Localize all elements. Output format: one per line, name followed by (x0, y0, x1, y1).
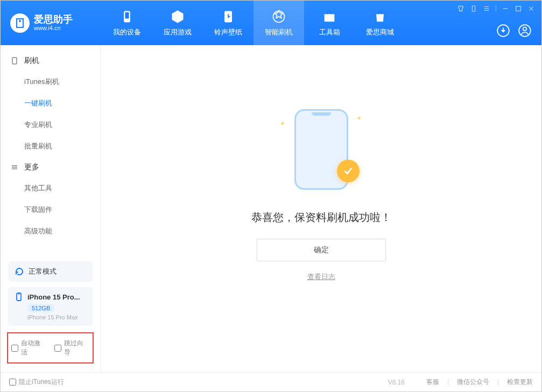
device-storage-badge: 512GB (27, 304, 54, 312)
device-name: iPhone 15 Pro... (27, 293, 80, 301)
phone-device-icon (15, 293, 23, 301)
sidebar-item-itunes-flash[interactable]: iTunes刷机 (1, 71, 100, 92)
sidebar-group-flash: 刷机 (1, 51, 100, 71)
more-icon (10, 163, 19, 172)
maximize-icon[interactable] (515, 5, 522, 12)
menu-icon[interactable] (483, 5, 490, 12)
skip-wizard-checkbox[interactable]: 跳过向导 (54, 339, 90, 357)
success-illustration: ✦ ✦ (286, 104, 356, 195)
window-controls (457, 5, 535, 12)
device-model: iPhone 15 Pro Max (27, 314, 86, 320)
success-check-icon (337, 160, 360, 182)
svg-point-0 (19, 20, 21, 22)
logo-section: 爱思助手 www.i4.cn (1, 13, 102, 33)
app-subtitle: www.i4.cn (34, 25, 73, 31)
main-content: ✦ ✦ 恭喜您，保资料刷机成功啦！ 确定 查看日志 (101, 45, 541, 372)
sidebar-item-onekey-flash[interactable]: 一键刷机 (1, 92, 100, 114)
tab-toolbox[interactable]: 工具箱 (304, 1, 355, 45)
refresh-icon (15, 267, 24, 276)
highlighted-options-box: 自动激活 跳过向导 (7, 332, 94, 364)
tab-my-device[interactable]: 我的设备 (102, 1, 152, 45)
device-mode-status[interactable]: 正常模式 (8, 261, 93, 282)
svg-point-10 (523, 27, 527, 31)
app-header: 爱思助手 www.i4.cn 我的设备 应用游戏 铃声壁纸 智能刷机 工具箱 爱… (1, 1, 541, 45)
nav-tabs: 我的设备 应用游戏 铃声壁纸 智能刷机 工具箱 爱思商城 (102, 1, 405, 45)
sidebar: 刷机 iTunes刷机 一键刷机 专业刷机 批量刷机 更多 其他工具 下载固件 … (1, 45, 101, 372)
sidebar-item-pro-flash[interactable]: 专业刷机 (1, 114, 100, 136)
confirm-button[interactable]: 确定 (257, 239, 386, 261)
device-icon (10, 56, 19, 65)
success-message: 恭喜您，保资料刷机成功啦！ (251, 210, 391, 225)
sidebar-group-more: 更多 (1, 157, 100, 177)
view-log-link[interactable]: 查看日志 (307, 272, 335, 282)
block-itunes-checkbox[interactable]: 阻止iTunes运行 (9, 377, 64, 387)
app-title: 爱思助手 (34, 15, 73, 25)
header-actions (496, 24, 532, 38)
svg-rect-7 (516, 6, 521, 11)
version-label: V8.16 (388, 379, 405, 386)
user-icon[interactable] (518, 24, 532, 38)
svg-rect-6 (472, 6, 475, 12)
logo-icon (10, 13, 30, 33)
sidebar-item-batch-flash[interactable]: 批量刷机 (1, 136, 100, 157)
download-icon[interactable] (496, 24, 510, 38)
tab-store[interactable]: 爱思商城 (355, 1, 405, 45)
tab-smart-flash[interactable]: 智能刷机 (254, 1, 304, 45)
footer-link-update[interactable]: 检查更新 (507, 377, 533, 387)
minimize-icon[interactable] (502, 5, 509, 12)
close-icon[interactable] (527, 5, 535, 12)
tab-ringtones-wallpapers[interactable]: 铃声壁纸 (203, 1, 254, 45)
footer-link-wechat[interactable]: 微信公众号 (457, 377, 489, 387)
tab-apps-games[interactable]: 应用游戏 (152, 1, 203, 45)
phone-icon[interactable] (470, 5, 477, 12)
sidebar-item-other-tools[interactable]: 其他工具 (1, 177, 100, 199)
footer: 阻止iTunes运行 V8.16 客服 微信公众号 检查更新 (1, 372, 541, 391)
auto-activate-checkbox[interactable]: 自动激活 (11, 339, 47, 357)
skin-icon[interactable] (457, 5, 464, 12)
device-card[interactable]: iPhone 15 Pro... 512GB iPhone 15 Pro Max (8, 287, 93, 326)
svg-rect-11 (12, 58, 17, 64)
svg-rect-5 (325, 14, 335, 22)
sidebar-item-advanced[interactable]: 高级功能 (1, 220, 100, 242)
svg-rect-2 (125, 12, 129, 18)
sidebar-item-download-firmware[interactable]: 下载固件 (1, 199, 100, 220)
footer-link-support[interactable]: 客服 (426, 377, 439, 387)
